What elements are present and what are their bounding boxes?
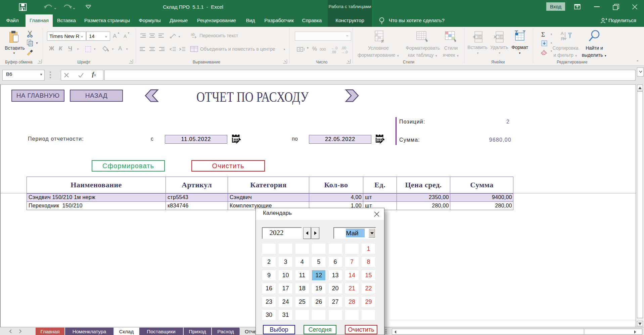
svg-text:А: А	[561, 31, 564, 36]
svg-text:Я: Я	[561, 36, 564, 41]
svg-text:≠: ≠	[381, 38, 384, 44]
svg-text:ab: ab	[191, 32, 195, 36]
